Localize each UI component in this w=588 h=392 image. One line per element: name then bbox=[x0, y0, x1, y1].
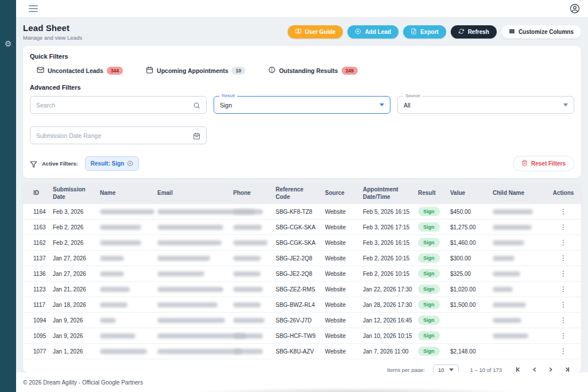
calendar-icon[interactable] bbox=[193, 132, 200, 139]
column-header: Reference Code bbox=[271, 183, 320, 204]
cell-appointment: Jan 28, 2026 17:30 bbox=[358, 297, 413, 313]
cell-result: Sign bbox=[413, 328, 446, 344]
cell-reference-code: SBG-HCF-TW9 bbox=[271, 328, 320, 344]
leads-table: IDSubmission DateNameEmailPhoneReference… bbox=[23, 183, 581, 359]
row-actions-kebab-button[interactable]: ⋮ bbox=[556, 332, 570, 340]
quick-filter-label: Upcoming Appointments bbox=[157, 67, 228, 74]
cell-value: $2,148.00 bbox=[446, 344, 488, 359]
first-page-button[interactable] bbox=[512, 363, 525, 372]
filter-chip-result-sign[interactable]: Result: Sign bbox=[85, 156, 139, 171]
cell-id: 1137 bbox=[23, 251, 48, 266]
cell-name bbox=[95, 282, 153, 297]
cell-id: 1163 bbox=[23, 220, 48, 235]
result-badge: Sign bbox=[418, 269, 440, 278]
row-actions-kebab-button[interactable]: ⋮ bbox=[556, 270, 570, 278]
add-lead-button[interactable]: Add Lead bbox=[347, 25, 399, 39]
next-page-button[interactable] bbox=[544, 363, 557, 372]
cell-child-name bbox=[488, 282, 546, 297]
account-circle-icon[interactable] bbox=[570, 3, 580, 14]
table-row[interactable]: 1164Feb 3, 2026SBG-KF8-TZ8WebsiteFeb 5, … bbox=[23, 204, 581, 220]
quick-filter-outstanding-results[interactable]: Outstanding Results 249 bbox=[268, 66, 358, 76]
result-badge: Sign bbox=[418, 238, 440, 247]
customize-columns-button[interactable]: Customize Columns bbox=[501, 25, 581, 39]
table-row[interactable]: 1137Jan 27, 2026SBG-JE2-2Q8WebsiteFeb 2,… bbox=[23, 251, 581, 266]
table-row[interactable]: 1163Feb 2, 2026SBG-CGK-SKAWebsiteFeb 3, … bbox=[23, 220, 581, 235]
previous-page-button[interactable] bbox=[528, 363, 541, 372]
column-header: Phone bbox=[229, 183, 271, 204]
quick-filters-row: Uncontacted Leads 344 Upcoming Appointme… bbox=[37, 66, 574, 76]
row-actions-kebab-button[interactable]: ⋮ bbox=[556, 347, 570, 355]
row-actions-kebab-button[interactable]: ⋮ bbox=[556, 301, 570, 309]
export-button[interactable]: Export bbox=[403, 25, 446, 39]
cell-name bbox=[95, 266, 153, 282]
table-row[interactable]: 1136Jan 27, 2026SBG-JE2-2Q8WebsiteFeb 2,… bbox=[23, 266, 581, 282]
column-header: Submission Date bbox=[48, 183, 95, 204]
cell-child-name bbox=[488, 297, 546, 313]
pagination: Items per page: 10 1 – 10 of 173 bbox=[23, 359, 581, 372]
quick-filter-label: Uncontacted Leads bbox=[48, 67, 103, 74]
cell-phone bbox=[229, 344, 271, 359]
cell-submission-date: Jan 9, 2026 bbox=[48, 313, 95, 328]
table-row[interactable]: 1094Jan 9, 2026SBG-26V-J7DWebsiteJan 12,… bbox=[23, 313, 581, 328]
cell-actions: ⋮ bbox=[546, 328, 581, 344]
table-row[interactable]: 1117Jan 18, 2026SBG-BWZ-RL4WebsiteJan 28… bbox=[23, 297, 581, 313]
cell-phone bbox=[229, 297, 271, 313]
source-select[interactable]: Source All bbox=[397, 96, 574, 114]
trash-icon bbox=[521, 160, 528, 167]
table-row[interactable]: 1095Jan 9, 2026SBG-HCF-TW9WebsiteJan 10,… bbox=[23, 328, 581, 344]
result-badge: Sign bbox=[418, 316, 440, 325]
row-actions-kebab-button[interactable]: ⋮ bbox=[556, 239, 570, 247]
result-select[interactable]: Result Sign bbox=[214, 96, 390, 114]
cell-value bbox=[446, 313, 488, 328]
user-guide-button[interactable]: User Guide bbox=[288, 25, 343, 39]
last-page-button[interactable] bbox=[560, 363, 573, 372]
leads-table-card: IDSubmission DateNameEmailPhoneReference… bbox=[23, 183, 581, 372]
row-actions-kebab-button[interactable]: ⋮ bbox=[556, 223, 570, 231]
filters-card: Quick Filters Uncontacted Leads 344 Upco… bbox=[23, 46, 581, 178]
page-header: Lead Sheet Manage and view Leads User Gu… bbox=[16, 18, 588, 46]
settings-gear-icon[interactable]: ⚙ bbox=[5, 40, 12, 48]
reset-filters-button[interactable]: Reset Filters bbox=[513, 156, 574, 171]
cell-appointment: Feb 2, 2026 10:15 bbox=[358, 266, 413, 282]
search-icon[interactable] bbox=[193, 101, 200, 109]
row-actions-kebab-button[interactable]: ⋮ bbox=[556, 316, 570, 324]
redacted-value bbox=[233, 240, 268, 245]
header-actions: User Guide Add Lead Export Refresh Custo… bbox=[288, 25, 581, 39]
cell-source: Website bbox=[320, 344, 358, 359]
redacted-value bbox=[100, 302, 127, 308]
redacted-value bbox=[493, 318, 521, 323]
search-input[interactable] bbox=[36, 102, 193, 109]
pagination-range: 1 – 10 of 173 bbox=[470, 367, 502, 373]
submission-date-range-input[interactable] bbox=[36, 132, 193, 139]
cell-id: 1136 bbox=[23, 266, 48, 282]
quick-filter-uncontacted-leads[interactable]: Uncontacted Leads 344 bbox=[37, 66, 123, 76]
redacted-value bbox=[157, 256, 210, 261]
footer: © 2026 Dream Agility - Official Google P… bbox=[16, 372, 588, 392]
quick-filter-upcoming-appointments[interactable]: Upcoming Appointments 10 bbox=[146, 66, 245, 76]
menu-icon[interactable] bbox=[29, 5, 38, 12]
cell-child-name bbox=[488, 328, 546, 344]
row-actions-kebab-button[interactable]: ⋮ bbox=[556, 254, 570, 262]
alert-circle-icon bbox=[268, 66, 276, 76]
table-header-row: IDSubmission DateNameEmailPhoneReference… bbox=[23, 183, 581, 204]
cell-source: Website bbox=[320, 282, 358, 297]
column-header: Appointment Date/Time bbox=[358, 183, 413, 204]
count-badge: 10 bbox=[231, 67, 245, 75]
cell-child-name bbox=[488, 251, 546, 266]
add-lead-label: Add Lead bbox=[365, 29, 391, 35]
row-actions-kebab-button[interactable]: ⋮ bbox=[556, 207, 570, 216]
cell-actions: ⋮ bbox=[546, 344, 581, 359]
redacted-value bbox=[233, 209, 263, 214]
table-row[interactable]: 1123Jan 21, 2026SBG-ZEZ-RMSWebsiteJan 22… bbox=[23, 282, 581, 297]
chevron-down-icon bbox=[380, 103, 384, 106]
row-actions-kebab-button[interactable]: ⋮ bbox=[556, 285, 570, 293]
filter-chip-label: Result: Sign bbox=[91, 160, 124, 167]
table-row[interactable]: 1077Jan 1, 2026SBG-K8U-AZVWebsiteJan 7, … bbox=[23, 344, 581, 359]
chip-close-icon[interactable] bbox=[127, 160, 133, 167]
cell-submission-date: Jan 27, 2026 bbox=[48, 251, 95, 266]
advanced-filters-row: Result Sign Source All bbox=[30, 96, 574, 114]
items-per-page-select[interactable]: 10 bbox=[433, 364, 459, 373]
refresh-button[interactable]: Refresh bbox=[451, 25, 497, 39]
table-row[interactable]: 1162Feb 2, 2026SBG-CGK-SKAWebsiteFeb 3, … bbox=[23, 235, 581, 251]
result-badge: Sign bbox=[418, 222, 440, 232]
